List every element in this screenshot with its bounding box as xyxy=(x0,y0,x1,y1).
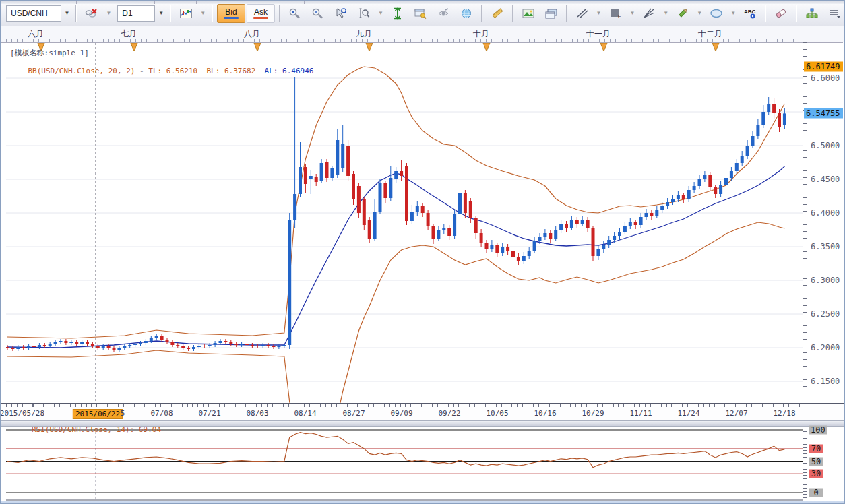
selected-date-label[interactable]: 2015/06/22 xyxy=(73,409,123,419)
dock-grip xyxy=(385,1,385,4)
eye-button[interactable] xyxy=(433,4,454,23)
candle-body xyxy=(549,233,552,239)
objects-tree-button[interactable] xyxy=(801,4,823,23)
window-key-button[interactable] xyxy=(410,4,431,23)
candle-body xyxy=(102,346,105,348)
candle-body xyxy=(208,345,212,346)
candle-body xyxy=(639,217,643,225)
symbol-select[interactable]: USD/CNH xyxy=(6,5,61,22)
price-axis-label: 6.4000 xyxy=(811,208,840,218)
timeframe-dropdown-arrow[interactable]: ▼ xyxy=(156,10,166,16)
candle-body xyxy=(69,342,73,343)
candle-body xyxy=(698,179,701,186)
candle-body xyxy=(506,247,509,251)
chart-type-button[interactable] xyxy=(175,4,197,23)
fibonacci-dropdown-arrow[interactable]: ▼ xyxy=(627,10,637,16)
date-label: 07/08 xyxy=(150,409,173,418)
unlink-button[interactable] xyxy=(81,4,102,23)
globe-button[interactable] xyxy=(456,4,477,23)
date-label: 10/29 xyxy=(582,409,604,418)
date-axis[interactable]: 2015/05/282015/06/22507/0807/2108/0308/1… xyxy=(1,403,845,421)
ellipse-dropdown-arrow[interactable]: ▼ xyxy=(728,10,738,16)
trendline-button[interactable] xyxy=(571,4,593,23)
rsi-axis-label: 70 xyxy=(809,444,823,453)
fit-vertical-button[interactable] xyxy=(387,4,408,23)
chart-zone[interactable]: [模板名称:simple 1] BB(USD/CNH.Close, 20, 2)… xyxy=(1,42,845,504)
zoom-out-button[interactable] xyxy=(307,4,329,23)
month-label: 七月 xyxy=(121,28,137,40)
candle-body xyxy=(357,186,361,213)
unlink-dropdown-arrow[interactable]: ▼ xyxy=(104,10,113,16)
symbol-dropdown-arrow[interactable]: ▼ xyxy=(63,10,72,16)
candle-body xyxy=(458,193,462,214)
candle-body xyxy=(645,213,648,217)
date-label: 07/21 xyxy=(198,409,220,418)
candle-body xyxy=(474,218,478,233)
text-abc-button[interactable]: ABC xyxy=(739,4,761,23)
ellipse-button[interactable] xyxy=(706,4,727,23)
fan-lines-dropdown-arrow[interactable]: ▼ xyxy=(661,10,670,16)
pencil-button[interactable] xyxy=(672,4,693,23)
candle-body xyxy=(341,144,344,168)
candle-body xyxy=(708,175,712,187)
cascade-windows-button[interactable] xyxy=(540,4,562,23)
zoom-range-dropdown-arrow[interactable]: ▼ xyxy=(376,10,385,16)
eraser-icon xyxy=(774,7,788,20)
fibonacci-button[interactable]: F xyxy=(604,4,626,23)
bid-button[interactable]: Bid xyxy=(217,4,245,23)
month-label: 九月 xyxy=(356,28,372,40)
ruler-button[interactable] xyxy=(487,4,508,23)
dock-grip xyxy=(741,1,741,4)
candle-body xyxy=(677,195,680,199)
date-label: 09/22 xyxy=(438,409,460,418)
candle-body xyxy=(32,346,36,347)
dock-grip xyxy=(304,1,305,4)
candle-body xyxy=(761,112,765,125)
zoom-pointer-button[interactable] xyxy=(330,4,352,23)
candle-body xyxy=(49,344,52,346)
candle-body xyxy=(309,176,313,179)
candles-layer xyxy=(6,77,786,352)
bb-middle-line xyxy=(7,166,784,348)
candle-body xyxy=(538,237,542,241)
zoom-in-button[interactable] xyxy=(284,4,306,23)
horizontal-scrollbar[interactable] xyxy=(1,501,845,504)
timeframe-select[interactable]: D1 xyxy=(117,5,155,22)
dock-grip xyxy=(154,1,155,4)
eraser-button[interactable] xyxy=(770,4,792,23)
candle-body xyxy=(86,342,89,344)
candle-body xyxy=(75,342,78,344)
date-label: 5 xyxy=(121,409,125,418)
price-axis-label: 6.1500 xyxy=(811,377,840,386)
candle-body xyxy=(511,251,515,257)
trendline-dropdown-arrow[interactable]: ▼ xyxy=(594,10,604,16)
candle-body xyxy=(464,193,467,213)
trendline-icon xyxy=(575,7,589,20)
fan-lines-button[interactable] xyxy=(638,4,660,23)
candle-body xyxy=(490,245,493,249)
zoom-range-button[interactable] xyxy=(353,4,375,23)
eye-icon xyxy=(437,7,450,20)
candle-body xyxy=(442,228,445,230)
bb-tl-value: TL: 6.56210 xyxy=(148,67,197,75)
chart-type-dropdown-arrow[interactable]: ▼ xyxy=(198,10,208,16)
image-button[interactable] xyxy=(518,4,539,23)
panel-splitter[interactable] xyxy=(1,420,845,427)
pencil-dropdown-arrow[interactable]: ▼ xyxy=(695,10,704,16)
candle-body xyxy=(373,212,377,239)
candle-body xyxy=(586,220,590,228)
candle-body xyxy=(38,345,41,347)
candle-body xyxy=(650,213,653,216)
candle-body xyxy=(139,343,142,344)
zoom-range-icon xyxy=(357,7,371,20)
ask-button[interactable]: Ask xyxy=(247,4,275,23)
candle-body xyxy=(581,220,584,224)
chart-canvas xyxy=(1,42,845,504)
candle-body xyxy=(234,344,238,345)
candle-body xyxy=(315,177,318,182)
bb-al-value: AL: 6.46946 xyxy=(265,67,314,75)
object-list-button[interactable] xyxy=(824,4,845,23)
candle-body xyxy=(756,125,759,136)
candle-body xyxy=(592,228,595,256)
dock-grip xyxy=(76,1,77,4)
